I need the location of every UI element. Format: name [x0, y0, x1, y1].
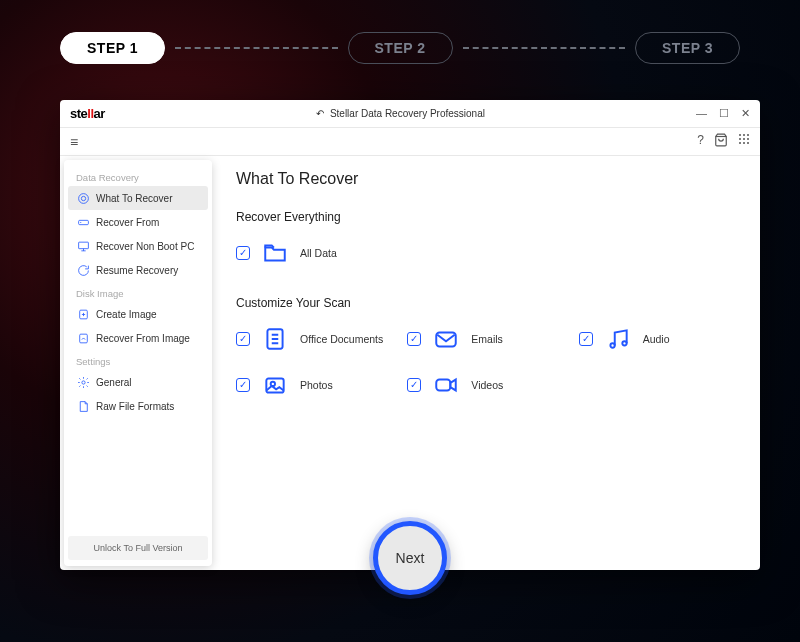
video-icon: [431, 370, 461, 400]
svg-point-3: [739, 138, 741, 140]
sidebar-group-data-recovery: Data Recovery: [68, 166, 208, 186]
app-window: stellar ↶ Stellar Data Recovery Professi…: [60, 100, 760, 570]
option-audio[interactable]: Audio: [579, 324, 740, 354]
menu-toggle-icon[interactable]: ≡: [70, 134, 78, 150]
sidebar-item-what-to-recover[interactable]: What To Recover: [68, 186, 208, 210]
option-label: Videos: [471, 379, 503, 391]
target-icon: [76, 191, 90, 205]
option-label: Office Documents: [300, 333, 383, 345]
option-photos[interactable]: Photos: [236, 370, 397, 400]
undo-icon[interactable]: ↶: [316, 108, 324, 119]
svg-point-9: [78, 193, 88, 203]
monitor-icon: [76, 239, 90, 253]
svg-rect-11: [78, 220, 88, 224]
svg-point-16: [81, 380, 84, 383]
sidebar-item-label: General: [96, 377, 132, 388]
folder-icon: [260, 238, 290, 268]
svg-point-6: [739, 142, 741, 144]
svg-rect-18: [437, 333, 457, 347]
main-content: What To Recover Recover Everything All D…: [216, 156, 760, 570]
checkbox[interactable]: [236, 378, 250, 392]
option-label: Emails: [471, 333, 503, 345]
file-icon: [76, 399, 90, 413]
close-button[interactable]: ✕: [741, 107, 750, 120]
svg-point-10: [81, 196, 85, 200]
gear-icon: [76, 375, 90, 389]
drive-icon: [76, 215, 90, 229]
sidebar-item-label: Recover From: [96, 217, 159, 228]
option-office-documents[interactable]: Office Documents: [236, 324, 397, 354]
sidebar-item-general[interactable]: General: [68, 370, 208, 394]
mail-icon: [431, 324, 461, 354]
step-divider-1: [175, 47, 338, 49]
window-title-text: Stellar Data Recovery Professional: [330, 108, 485, 119]
cart-icon[interactable]: [714, 133, 728, 150]
svg-point-19: [610, 343, 614, 347]
sidebar-item-label: Recover From Image: [96, 333, 190, 344]
toolbar: ≡ ?: [60, 128, 760, 156]
checkbox[interactable]: [236, 332, 250, 346]
sidebar-group-disk-image: Disk Image: [68, 282, 208, 302]
checkbox[interactable]: [579, 332, 593, 346]
svg-point-20: [622, 341, 626, 345]
page-heading: What To Recover: [236, 170, 740, 188]
window-title: ↶ Stellar Data Recovery Professional: [105, 108, 696, 119]
checkbox[interactable]: [236, 246, 250, 260]
unlock-full-version-button[interactable]: Unlock To Full Version: [68, 536, 208, 560]
svg-point-0: [739, 134, 741, 136]
minimize-button[interactable]: —: [696, 107, 707, 120]
sidebar-item-create-image[interactable]: Create Image: [68, 302, 208, 326]
document-icon: [260, 324, 290, 354]
sidebar: Data Recovery What To Recover Recover Fr…: [64, 160, 212, 566]
maximize-button[interactable]: ☐: [719, 107, 729, 120]
svg-rect-23: [437, 380, 451, 391]
title-bar: stellar ↶ Stellar Data Recovery Professi…: [60, 100, 760, 128]
option-label: Photos: [300, 379, 333, 391]
checkbox[interactable]: [407, 332, 421, 346]
svg-point-4: [743, 138, 745, 140]
step-2-pill[interactable]: STEP 2: [348, 32, 453, 64]
photos-icon: [260, 370, 290, 400]
svg-point-5: [747, 138, 749, 140]
svg-point-12: [80, 221, 81, 222]
sidebar-group-settings: Settings: [68, 350, 208, 370]
sidebar-item-resume-recovery[interactable]: Resume Recovery: [68, 258, 208, 282]
step-3-pill[interactable]: STEP 3: [635, 32, 740, 64]
next-button[interactable]: Next: [373, 521, 447, 595]
step-divider-2: [463, 47, 626, 49]
window-controls: — ☐ ✕: [696, 107, 750, 120]
sidebar-item-label: Resume Recovery: [96, 265, 178, 276]
svg-point-7: [743, 142, 745, 144]
resume-icon: [76, 263, 90, 277]
option-videos[interactable]: Videos: [407, 370, 568, 400]
sidebar-item-label: Raw File Formats: [96, 401, 174, 412]
recover-image-icon: [76, 331, 90, 345]
apps-icon[interactable]: [738, 133, 750, 150]
sidebar-item-label: What To Recover: [96, 193, 173, 204]
sidebar-item-label: Create Image: [96, 309, 157, 320]
sidebar-item-label: Recover Non Boot PC: [96, 241, 194, 252]
sidebar-item-recover-from[interactable]: Recover From: [68, 210, 208, 234]
option-emails[interactable]: Emails: [407, 324, 568, 354]
sidebar-item-recover-non-boot[interactable]: Recover Non Boot PC: [68, 234, 208, 258]
create-image-icon: [76, 307, 90, 321]
svg-point-1: [743, 134, 745, 136]
svg-point-2: [747, 134, 749, 136]
sidebar-item-recover-from-image[interactable]: Recover From Image: [68, 326, 208, 350]
option-label: Audio: [643, 333, 670, 345]
section-recover-everything: Recover Everything: [236, 210, 740, 224]
option-label: All Data: [300, 247, 337, 259]
svg-point-8: [747, 142, 749, 144]
sidebar-item-raw-file-formats[interactable]: Raw File Formats: [68, 394, 208, 418]
step-1-pill[interactable]: STEP 1: [60, 32, 165, 64]
svg-rect-13: [78, 242, 88, 249]
stepper: STEP 1 STEP 2 STEP 3: [0, 0, 800, 84]
option-all-data[interactable]: All Data: [236, 238, 740, 268]
help-icon[interactable]: ?: [697, 133, 704, 150]
checkbox[interactable]: [407, 378, 421, 392]
app-logo: stellar: [70, 106, 105, 121]
music-icon: [603, 324, 633, 354]
section-customize-scan: Customize Your Scan: [236, 296, 740, 310]
